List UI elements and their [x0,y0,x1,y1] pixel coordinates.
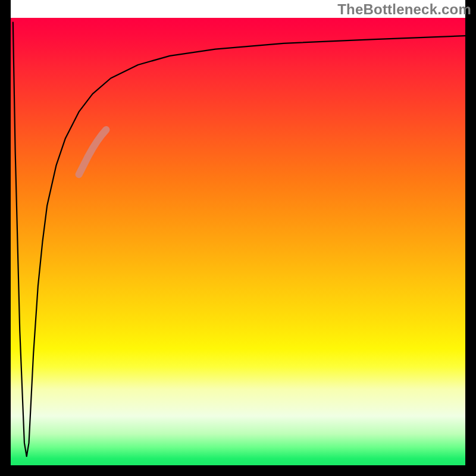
plot-area [11,18,465,465]
frame-right [465,0,476,476]
frame-left [0,0,11,476]
highlight-segment [79,130,107,174]
frame-bottom [0,465,476,476]
chart-svg [11,18,465,465]
bottleneck-curve [13,23,465,456]
watermark-label: TheBottleneck.com [337,1,471,18]
chart-container: TheBottleneck.com [0,0,476,476]
